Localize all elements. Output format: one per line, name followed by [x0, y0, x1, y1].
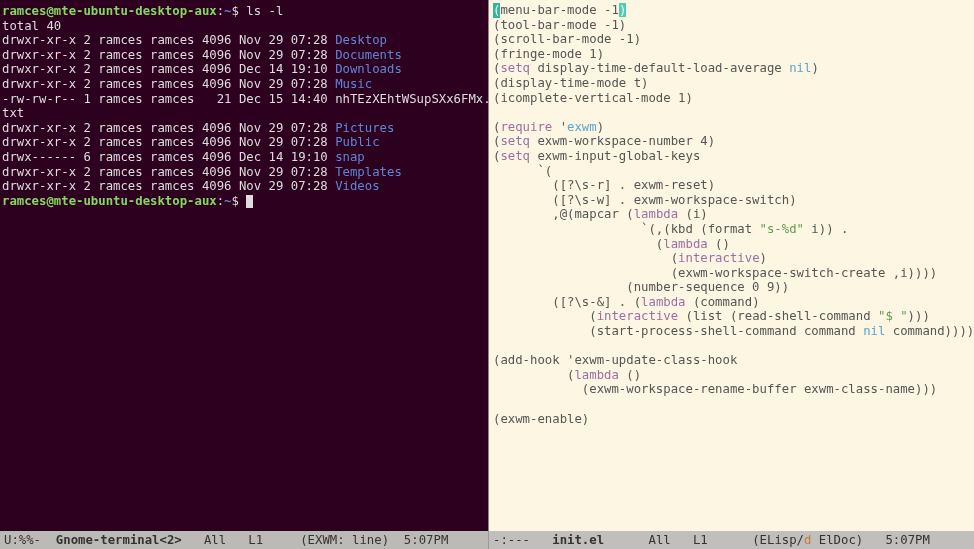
- terminal-cursor: [246, 195, 253, 208]
- code-line: (lambda (): [493, 368, 970, 383]
- file-name: Pictures: [335, 121, 394, 135]
- code-line: (setq exwm-workspace-number 4): [493, 134, 970, 149]
- file-name: Videos: [335, 179, 379, 193]
- file-name: Desktop: [335, 33, 387, 47]
- ml-pos: All: [204, 533, 226, 548]
- ls-row: drwxr-xr-x 2 ramces ramces 4096 Nov 29 0…: [2, 135, 486, 150]
- ls-row: -rw-rw-r-- 1 ramces ramces 21 Dec 15 14:…: [2, 92, 486, 107]
- prompt-user: ramces@mte-ubuntu-desktop-aux: [2, 194, 217, 208]
- code-line: (start-process-shell-command command nil…: [493, 324, 970, 339]
- ml-buffer: Gnome-terminal<2>: [56, 533, 182, 548]
- ml-time: 5:07PM: [885, 533, 929, 548]
- code-line: `(: [493, 164, 970, 179]
- ls-row: drwxr-xr-x 2 ramces ramces 4096 Nov 29 0…: [2, 165, 486, 180]
- file-name: Templates: [335, 165, 402, 179]
- code-line: (lambda (): [493, 237, 970, 252]
- terminal-pane[interactable]: ramces@mte-ubuntu-desktop-aux:~$ ls -lto…: [0, 0, 488, 531]
- code-line: (interactive): [493, 251, 970, 266]
- code-line: (setq exwm-input-global-keys: [493, 149, 970, 164]
- ls-row: drwxr-xr-x 2 ramces ramces 4096 Nov 29 0…: [2, 77, 486, 92]
- ml-time: 5:07PM: [404, 533, 448, 548]
- code-line: [493, 397, 970, 412]
- code-line: [493, 339, 970, 354]
- ml-line: L1: [248, 533, 263, 548]
- code-line: (require 'exwm): [493, 120, 970, 135]
- file-name: nhTEzXEhtWSupSXx6FMx.: [335, 92, 488, 106]
- code-line: (scroll-bar-mode -1): [493, 32, 970, 47]
- prompt-user: ramces@mte-ubuntu-desktop-aux: [2, 4, 217, 18]
- code-line: (display-time-mode t): [493, 76, 970, 91]
- file-name: Documents: [335, 48, 402, 62]
- file-name: Music: [335, 77, 372, 91]
- terminal-line: ramces@mte-ubuntu-desktop-aux:~$ ls -l: [2, 4, 486, 19]
- ls-row: drwx------ 6 ramces ramces 4096 Dec 14 1…: [2, 150, 486, 165]
- code-line: (icomplete-vertical-mode 1): [493, 91, 970, 106]
- prompt-path: ~: [224, 194, 231, 208]
- ls-row-wrap: txt: [2, 106, 486, 121]
- code-line: (menu-bar-mode -1): [493, 3, 970, 18]
- ls-row: drwxr-xr-x 2 ramces ramces 4096 Dec 14 1…: [2, 62, 486, 77]
- ml-pos: All: [649, 533, 671, 548]
- editor-pane[interactable]: (menu-bar-mode -1)(tool-bar-mode -1)(scr…: [488, 0, 974, 531]
- code-line: (number-sequence 0 9)): [493, 280, 970, 295]
- code-line: (exwm-enable): [493, 412, 970, 427]
- prompt-path: ~: [224, 4, 231, 18]
- ml-mode: (EXWM: line): [300, 533, 389, 548]
- ml-status: -:---: [493, 533, 530, 548]
- ml-status: U:%%-: [4, 533, 41, 548]
- code-line: (setq display-time-default-load-average …: [493, 61, 970, 76]
- ls-row: drwxr-xr-x 2 ramces ramces 4096 Nov 29 0…: [2, 33, 486, 48]
- ls-row: drwxr-xr-x 2 ramces ramces 4096 Nov 29 0…: [2, 179, 486, 194]
- code-line: (add-hook 'exwm-update-class-hook: [493, 353, 970, 368]
- ls-row: drwxr-xr-x 2 ramces ramces 4096 Nov 29 0…: [2, 121, 486, 136]
- split-panes: ramces@mte-ubuntu-desktop-aux:~$ ls -lto…: [0, 0, 974, 531]
- code-line: (fringe-mode 1): [493, 47, 970, 62]
- code-line: ([?\s-&] . (lambda (command): [493, 295, 970, 310]
- code-line: ,@(mapcar (lambda (i): [493, 207, 970, 222]
- code-line: `(,(kbd (format "s-%d" i)) .: [493, 222, 970, 237]
- file-name: snap: [335, 150, 365, 164]
- modeline-right[interactable]: -:--- init.el All L1 (ELisp/d ElDoc) 5:0…: [488, 531, 974, 549]
- code-line: ([?\s-w] . exwm-workspace-switch): [493, 193, 970, 208]
- ml-line: L1: [693, 533, 708, 548]
- modeline-left[interactable]: U:%%- Gnome-terminal<2> All L1 (EXWM: li…: [0, 531, 488, 549]
- terminal-line: ramces@mte-ubuntu-desktop-aux:~$: [2, 194, 486, 209]
- file-name: Downloads: [335, 62, 402, 76]
- code-line: (interactive (list (read-shell-command "…: [493, 309, 970, 324]
- modelines: U:%%- Gnome-terminal<2> All L1 (EXWM: li…: [0, 531, 974, 549]
- ls-row: drwxr-xr-x 2 ramces ramces 4096 Nov 29 0…: [2, 48, 486, 63]
- code-line: [493, 105, 970, 120]
- ls-total: total 40: [2, 19, 486, 34]
- ml-mode: (ELisp: [752, 533, 796, 548]
- file-name: Public: [335, 135, 379, 149]
- ml-buffer: init.el: [552, 533, 604, 548]
- code-line: (exwm-workspace-rename-buffer exwm-class…: [493, 382, 970, 397]
- code-line: ([?\s-r] . exwm-reset): [493, 178, 970, 193]
- code-line: (tool-bar-mode -1): [493, 18, 970, 33]
- code-line: (exwm-workspace-switch-create ,i)))): [493, 266, 970, 281]
- command-text: ls -l: [246, 4, 283, 18]
